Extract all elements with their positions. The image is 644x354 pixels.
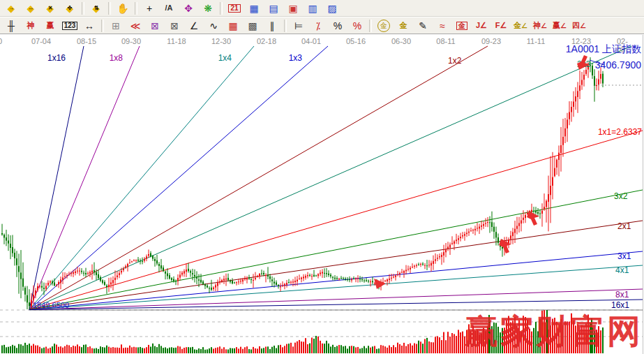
candle-body xyxy=(6,237,7,241)
candle-body xyxy=(52,281,53,283)
gann-label-1x4: 1x4 xyxy=(218,53,232,63)
shen-fan-icon[interactable]: 神∠ xyxy=(531,18,549,33)
bar-width-icon[interactable]: ↔ xyxy=(80,18,98,33)
percent-zone-icon[interactable]: ⁒ xyxy=(309,18,327,33)
zigzag-icon: ∿ xyxy=(209,21,218,31)
candlestick-chart[interactable]: 1x161x81x41x31x22x31x1=2.63373x22x13x14x… xyxy=(0,35,644,354)
volume-bar xyxy=(154,346,156,353)
volume-bar xyxy=(443,332,444,353)
volume-bar xyxy=(104,348,105,353)
seal-tool-icon[interactable]: ✥ xyxy=(179,1,197,15)
gann-square-purple-icon[interactable]: ⊠ xyxy=(146,18,164,33)
print-icon[interactable]: ▨ xyxy=(323,1,341,15)
kline-style-icon[interactable]: ╫ xyxy=(2,18,20,33)
percent-line-red-icon[interactable]: % xyxy=(348,18,366,33)
volume-bar xyxy=(345,346,346,353)
volume-bar xyxy=(267,346,269,353)
candle-body xyxy=(349,279,350,280)
zoom-diamond-expand-icon[interactable]: ◆✣ xyxy=(61,1,79,15)
parallel-lines-icon[interactable]: ∥ xyxy=(263,18,281,33)
date-axis-label: 08-15 xyxy=(77,37,96,45)
gann-label-16x1: 16x1 xyxy=(611,300,629,310)
grid-arrow-icon[interactable]: ▩ xyxy=(244,18,262,33)
gann-line-1x4 xyxy=(29,46,254,310)
date-axis-label: 02-18 xyxy=(257,37,276,45)
candle-body xyxy=(454,242,455,244)
candle-body xyxy=(259,274,260,276)
ying-tool-icon[interactable]: 赢 xyxy=(41,18,59,33)
chart-area[interactable]: 1x161x81x41x31x22x31x1=2.63373x22x13x14x… xyxy=(0,35,644,354)
grid-red-icon[interactable]: ▦ xyxy=(224,18,242,33)
brush-icon[interactable]: ✎ xyxy=(414,18,432,33)
ying-fan-icon[interactable]: 赢∠ xyxy=(551,18,569,33)
volume-bar xyxy=(407,344,409,353)
candle-body xyxy=(133,260,135,261)
candle-body xyxy=(167,274,168,276)
volume-bar xyxy=(43,348,45,353)
notepad-icon[interactable]: ▤ xyxy=(264,1,283,15)
zigzag-icon[interactable]: ∿ xyxy=(204,18,223,33)
candle-body xyxy=(384,281,386,281)
volume-bar xyxy=(202,347,204,353)
gann-label-3x2: 3x2 xyxy=(614,191,628,201)
measure-scale-icon[interactable]: ⊨ xyxy=(290,18,308,33)
gold-fan-icon[interactable]: 金∠ xyxy=(511,18,530,33)
j-fan-icon[interactable]: J∠ xyxy=(472,18,491,33)
volume-bar xyxy=(112,347,114,353)
volume-bar xyxy=(152,344,153,353)
candle-body xyxy=(43,288,45,289)
candle-body xyxy=(422,264,424,265)
gann-label-2x1: 2x1 xyxy=(617,221,631,231)
volume-bar xyxy=(150,346,151,353)
volume-bar xyxy=(22,346,24,353)
wave-icon[interactable]: ≈ xyxy=(433,18,451,33)
volume-bar xyxy=(276,348,277,353)
volume-bar xyxy=(68,345,70,353)
annotate-line-icon[interactable]: /A xyxy=(160,1,178,15)
gann-box-icon[interactable]: ⊞ xyxy=(107,18,125,33)
volume-bar xyxy=(64,346,66,353)
zoom-diamond-compress-icon[interactable]: ◆✕ xyxy=(41,1,59,15)
zoom-diamond-hleft-icon[interactable]: ◆↔ xyxy=(22,1,40,15)
gold-circle-icon[interactable]: 金 xyxy=(375,18,393,33)
f-fan-icon[interactable]: F∠ xyxy=(492,18,510,33)
crosshair-icon[interactable]: + xyxy=(140,1,158,15)
si-fan-icon[interactable]: 四∠ xyxy=(570,18,588,33)
volume-bar xyxy=(60,346,61,353)
gann-grid-icon[interactable]: ⊠ xyxy=(165,18,184,33)
candle-body xyxy=(573,102,574,107)
candle-body xyxy=(286,283,287,285)
volume-bar xyxy=(328,344,329,353)
calculator-icon[interactable]: ▦ xyxy=(245,1,263,15)
gold-lines-icon[interactable]: 金 xyxy=(394,18,412,33)
volume-bar xyxy=(391,347,392,353)
hand-pan-icon[interactable]: ✋ xyxy=(114,1,132,15)
candle-body xyxy=(77,271,78,272)
percent-icon[interactable]: % xyxy=(329,18,347,33)
candle-body xyxy=(282,286,283,286)
zoom-diamond-right-icon[interactable]: ◆→ xyxy=(2,1,20,15)
candle-body xyxy=(594,76,595,86)
pattern-tool-icon[interactable]: ❋ xyxy=(199,1,217,15)
angle-lines-icon[interactable]: ∠ xyxy=(185,18,203,33)
shen-tool-icon[interactable]: 神 xyxy=(22,18,40,33)
volume-bar xyxy=(426,338,428,353)
candle-body xyxy=(83,273,84,274)
candle-body xyxy=(395,276,396,277)
gold-box-icon[interactable]: 金 xyxy=(453,18,471,33)
candle-body xyxy=(96,272,97,275)
candle-body xyxy=(223,279,225,280)
fan-red-icon[interactable]: ≪ xyxy=(126,18,144,33)
volume-bar xyxy=(445,340,447,353)
ruler-123-icon[interactable]: 123 xyxy=(61,18,79,33)
zoom-diamond-vert-icon[interactable]: ◆⇅ xyxy=(87,1,105,15)
candle-body xyxy=(253,280,254,281)
save-disk-icon[interactable]: ▣ xyxy=(284,1,302,15)
candle-body xyxy=(372,281,373,283)
notepad-icon: ▤ xyxy=(269,3,278,13)
export-icon[interactable]: ▥ xyxy=(304,1,322,15)
gann-line-8x1 xyxy=(29,289,643,310)
candle-body xyxy=(60,279,61,283)
calendar-icon[interactable]: 21 xyxy=(225,1,244,15)
gann-label-1x3: 1x3 xyxy=(289,53,303,63)
